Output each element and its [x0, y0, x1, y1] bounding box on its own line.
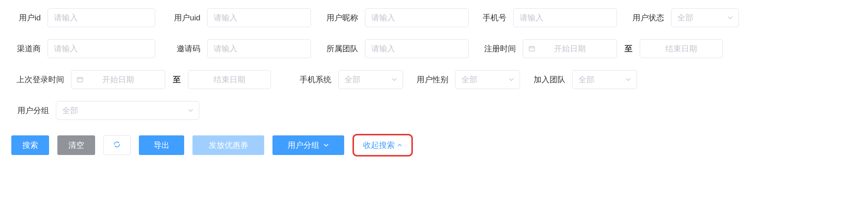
date-end-last-login[interactable]: 结束日期 [188, 70, 271, 89]
field-phone: 手机号 [476, 8, 617, 27]
chevron-down-icon [188, 107, 194, 114]
select-status-value: 全部 [677, 12, 693, 23]
label-join-team: 加入团队 [528, 74, 565, 85]
field-join-team: 加入团队 全部 [528, 70, 637, 89]
select-phone-os[interactable]: 全部 [338, 70, 403, 89]
field-reg-time: 注册时间 开始日期 至 结束日期 [476, 39, 723, 58]
label-user-uid: 用户uid [163, 12, 200, 23]
date-start-last-login[interactable]: 开始日期 [71, 70, 165, 89]
user-group-button-label: 用户分组 [288, 140, 319, 150]
label-gender: 用户性别 [411, 74, 448, 85]
field-channel: 渠道商 [11, 39, 155, 58]
label-reg-time: 注册时间 [476, 43, 516, 54]
field-nickname: 用户昵称 [319, 8, 469, 27]
filter-row-3: 上次登录时间 开始日期 至 结束日期 手机系统 全部 用户性别 全部 [0, 63, 868, 94]
select-join-team-value: 全部 [579, 74, 594, 85]
collapse-label: 收起搜索 [363, 140, 395, 150]
select-gender[interactable]: 全部 [455, 70, 520, 89]
svg-rect-0 [529, 47, 534, 51]
chevron-down-icon [727, 15, 733, 21]
select-user-group[interactable]: 全部 [56, 101, 199, 120]
date-start-reg-time[interactable]: 开始日期 [523, 39, 617, 58]
label-user-id: 用户id [11, 12, 41, 23]
select-join-team[interactable]: 全部 [572, 70, 637, 89]
clear-button[interactable]: 清空 [57, 135, 95, 155]
input-invite-code[interactable] [207, 39, 311, 58]
collapse-search-link[interactable]: 收起搜索 [358, 135, 408, 155]
input-phone[interactable] [513, 8, 617, 27]
chevron-down-icon [625, 77, 631, 83]
chevron-down-icon [391, 77, 397, 83]
refresh-button[interactable] [103, 135, 131, 155]
field-user-group: 用户分组 全部 [11, 101, 199, 120]
date-end-login-placeholder: 结束日期 [214, 74, 245, 85]
field-team: 所属团队 [319, 39, 469, 58]
field-user-id: 用户id [11, 8, 155, 27]
highlight-annotation: 收起搜索 [352, 134, 413, 156]
date-range-last-login: 开始日期 至 结束日期 [71, 70, 271, 89]
field-invite-code: 邀请码 [163, 39, 311, 58]
input-user-uid[interactable] [207, 8, 311, 27]
date-sep-login: 至 [165, 74, 188, 85]
label-last-login: 上次登录时间 [11, 74, 64, 85]
input-channel[interactable] [48, 39, 155, 58]
refresh-icon [113, 140, 121, 150]
user-group-dropdown-button[interactable]: 用户分组 [272, 135, 344, 155]
input-nickname[interactable] [365, 8, 469, 27]
coupon-button[interactable]: 发放优惠券 [192, 135, 264, 155]
input-user-id[interactable] [48, 8, 155, 27]
export-button[interactable]: 导出 [139, 135, 184, 155]
svg-rect-4 [77, 78, 83, 82]
date-start-reg-placeholder: 开始日期 [554, 43, 586, 54]
chevron-down-icon [323, 142, 329, 148]
date-sep-reg: 至 [617, 43, 640, 54]
label-team: 所属团队 [319, 43, 358, 54]
field-status: 用户状态 全部 [625, 8, 739, 27]
date-end-reg-placeholder: 结束日期 [665, 43, 697, 54]
select-user-group-value: 全部 [62, 105, 78, 116]
label-channel: 渠道商 [11, 43, 41, 54]
filter-row-4: 用户分组 全部 [0, 94, 868, 124]
chevron-up-icon [397, 143, 402, 148]
date-end-reg-time[interactable]: 结束日期 [640, 39, 723, 58]
filter-row-1: 用户id 用户uid 用户昵称 手机号 用户状态 全部 [0, 4, 868, 32]
field-last-login: 上次登录时间 开始日期 至 结束日期 [11, 70, 271, 89]
label-user-group: 用户分组 [11, 105, 49, 116]
field-gender: 用户性别 全部 [411, 70, 520, 89]
calendar-icon [528, 45, 535, 52]
filter-row-2: 渠道商 邀请码 所属团队 注册时间 开始日期 至 结束日期 [0, 32, 868, 63]
label-status: 用户状态 [625, 12, 664, 23]
select-status[interactable]: 全部 [671, 8, 739, 27]
field-user-uid: 用户uid [163, 8, 311, 27]
search-button[interactable]: 搜索 [11, 135, 49, 155]
select-phone-os-value: 全部 [345, 74, 360, 85]
date-range-reg-time: 开始日期 至 结束日期 [523, 39, 723, 58]
date-start-login-placeholder: 开始日期 [102, 74, 134, 85]
select-gender-value: 全部 [462, 74, 477, 85]
action-row: 搜索 清空 导出 发放优惠券 用户分组 收起搜索 [0, 124, 868, 156]
label-phone: 手机号 [476, 12, 506, 23]
chevron-down-icon [508, 77, 514, 83]
label-phone-os: 手机系统 [294, 74, 331, 85]
field-phone-os: 手机系统 全部 [294, 70, 403, 89]
calendar-icon [77, 76, 83, 83]
input-team[interactable] [365, 39, 469, 58]
label-nickname: 用户昵称 [319, 12, 358, 23]
label-invite-code: 邀请码 [163, 43, 200, 54]
